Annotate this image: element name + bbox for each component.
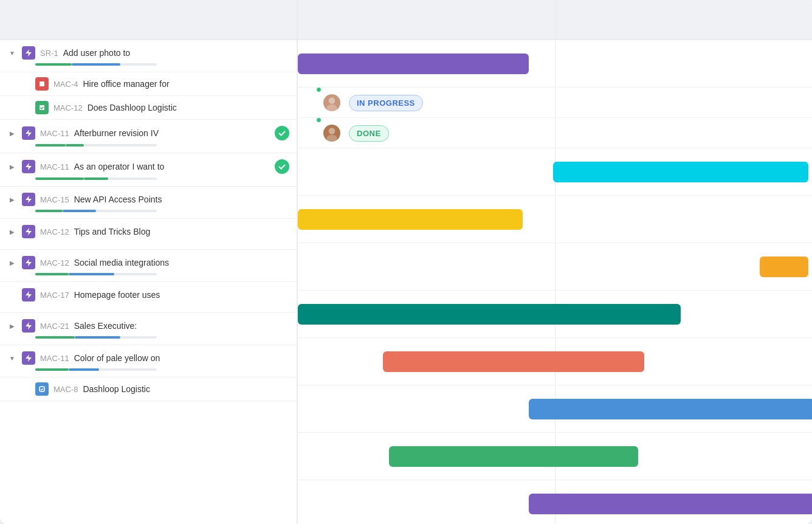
expand-chevron[interactable] [7,353,17,363]
sub-issue-title: Dashloop Logistic [83,384,289,394]
gantt-row [298,40,812,88]
avatar [322,123,342,143]
issue-title: As an operator I want to [74,162,270,171]
gantt-bar[interactable] [383,351,644,372]
issue-type-icon [22,225,35,238]
progress-segment [35,273,69,275]
gantt-row [298,338,812,385]
expand-chevron[interactable] [7,258,17,267]
status-badge: DONE [349,125,389,142]
issue-type-icon [22,126,35,140]
completed-icon [275,126,289,140]
issue-title: Tips and Tricks Blog [74,227,289,236]
progress-segment [69,273,114,275]
issue-type-icon [22,256,35,269]
progress-bar-row [0,143,297,153]
gantt-bar[interactable] [760,257,808,277]
gantt-header [298,0,812,40]
issue-type-icon [35,382,49,396]
epic-row: MAC-12Social media integrations [0,250,297,282]
epic-row-main: MAC-12Social media integrations [0,250,297,272]
issue-title: Social media integrations [74,258,289,267]
gantt-bar[interactable] [298,209,523,230]
gantt-bar[interactable] [298,53,529,74]
issue-type-icon [22,46,35,60]
epic-row: MAC-11Color of pale yellow onMAC-8Dashlo… [0,345,297,401]
svg-point-6 [326,135,337,142]
epic-row-main: MAC-11Afterburner revision IV [0,120,297,143]
gantt-panel: IN PROGRESSDONETO DO [298,0,812,524]
issue-type-icon [22,351,35,365]
epic-row: SR-1Add user photo toMAC-4Hire office ma… [0,40,297,120]
epic-row-main: SR-1Add user photo to [0,40,297,62]
sub-row: MAC-4Hire office manager for [0,72,297,95]
expand-chevron[interactable] [7,195,17,204]
gantt-row [298,385,812,433]
issue-id: MAC-21 [40,322,69,331]
svg-rect-0 [40,81,44,86]
expand-chevron[interactable] [7,128,17,138]
expand-chevron[interactable] [7,321,17,331]
epic-row: MAC-21Sales Executive: [0,313,297,345]
progress-track [35,178,157,180]
expand-chevron[interactable] [7,48,17,58]
issue-type-icon [22,160,35,173]
progress-bar-row [0,272,297,281]
issue-type-icon [35,101,49,114]
gantt-row [298,480,812,524]
avatar [322,93,342,112]
progress-bar-row [0,176,297,186]
gantt-bar[interactable] [298,304,681,325]
issue-id: MAC-12 [40,258,69,267]
progress-segment [35,178,84,180]
epic-header [0,0,297,40]
issue-title: Homepage footer uses [74,290,289,300]
gantt-rows-container: IN PROGRESSDONETO DO [298,40,812,524]
gantt-subrow: DONE [298,118,812,148]
issue-id: SR-1 [40,49,58,58]
gantt-bar[interactable] [529,494,812,514]
gantt-bar[interactable] [553,162,808,182]
sub-issue-id: MAC-12 [53,103,83,112]
issue-title: Color of pale yellow on [74,353,289,363]
progress-segment [35,336,75,339]
progress-segment [35,144,66,147]
issue-id: MAC-17 [40,291,69,300]
gantt-bar[interactable] [529,399,812,419]
gantt-row [298,196,812,243]
expand-chevron[interactable] [7,227,17,236]
progress-segment [72,63,120,66]
epic-row-main: MAC-12Tips and Tricks Blog [0,219,297,241]
progress-segment [69,368,99,371]
issue-title: Sales Executive: [74,321,289,331]
epic-row-main: MAC-17Homepage footer uses [0,282,297,304]
month-jun [556,0,813,39]
issue-id: MAC-11 [40,129,69,138]
svg-point-3 [329,97,335,104]
app-container: SR-1Add user photo toMAC-4Hire office ma… [0,0,812,524]
gantt-subrow: IN PROGRESS [298,88,812,118]
progress-segment [63,210,96,212]
epic-rows-container: SR-1Add user photo toMAC-4Hire office ma… [0,40,297,524]
issue-id: MAC-12 [40,227,69,236]
gantt-bar[interactable] [389,446,638,467]
epic-row-main: MAC-15New API Access Points [0,187,297,209]
progress-track [35,144,157,147]
epic-row-main: MAC-21Sales Executive: [0,313,297,335]
gantt-row [298,433,812,480]
progress-segment [35,210,63,212]
month-may [298,0,556,39]
expand-chevron[interactable] [7,162,17,171]
sub-row: MAC-8Dashloop Logistic [0,377,297,401]
progress-bar-row [0,335,297,345]
online-indicator [316,117,322,123]
issue-id: MAC-11 [40,354,69,363]
sub-issue-title: Hire office manager for [83,79,289,89]
epic-row-main: MAC-11As an operator I want to [0,153,297,176]
issue-title: Add user photo to [63,48,289,58]
sub-issue-title: Does Dashloop Logistic [88,103,289,112]
progress-segment [84,178,108,180]
epic-row: MAC-17Homepage footer uses [0,282,297,313]
svg-rect-2 [40,387,44,391]
progress-segment [75,336,120,339]
